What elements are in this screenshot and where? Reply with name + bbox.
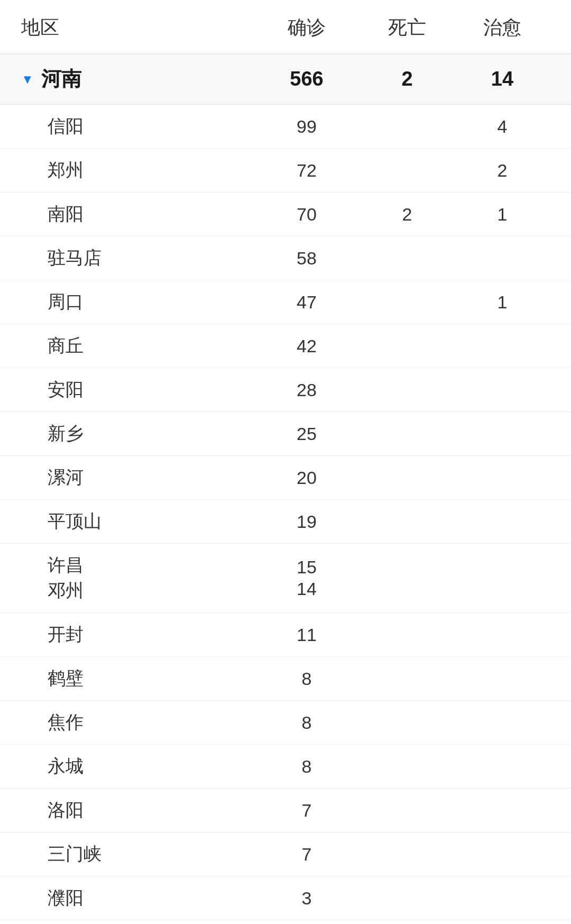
city-row: 安阳 28 xyxy=(0,368,571,412)
province-row[interactable]: ▼ 河南 566 2 14 xyxy=(0,54,571,105)
city-confirmed: 7 xyxy=(254,800,360,821)
city-recovered: 1 xyxy=(455,204,550,225)
city-name: 周口 xyxy=(48,290,254,314)
city-confirmed: 25 xyxy=(254,424,360,444)
city-name: 安阳 xyxy=(48,378,254,402)
city-row: 焦作 8 xyxy=(0,701,571,745)
province-confirmed: 566 xyxy=(254,68,360,90)
city-row: 周口 47 1 xyxy=(0,280,571,324)
city-name: 驻马店 xyxy=(48,246,254,270)
city-name: 漯河 xyxy=(48,465,254,490)
city-row: 许昌 邓州 15 14 xyxy=(0,544,571,613)
table-header: 地区 确诊 死亡 治愈 xyxy=(0,0,571,54)
city-deaths: 2 xyxy=(360,204,455,225)
city-row: 郑州 72 2 xyxy=(0,149,571,193)
city-row: 漯河 20 xyxy=(0,456,571,500)
city-recovered: 1 xyxy=(455,292,550,313)
expand-icon: ▼ xyxy=(21,72,34,87)
city-confirmed: 3 xyxy=(254,888,360,909)
col-confirmed-header: 确诊 xyxy=(254,15,360,41)
city-confirmed: 99 xyxy=(254,116,360,137)
city-confirmed: 8 xyxy=(254,756,360,777)
city-confirmed: 28 xyxy=(254,380,360,400)
city-row: 新乡 25 xyxy=(0,412,571,456)
city-row: 驻马店 58 xyxy=(0,236,571,280)
city-rows-container: 信阳 99 4 郑州 72 2 南阳 70 2 1 驻马店 58 周口 xyxy=(0,105,571,924)
city-row: 开封 11 xyxy=(0,613,571,657)
city-name: 新乡 xyxy=(48,422,254,446)
city-name: 洛阳 xyxy=(48,798,254,822)
col-deaths-header: 死亡 xyxy=(360,15,455,41)
city-row: 永城 8 xyxy=(0,745,571,789)
city-confirmed: 42 xyxy=(254,336,360,356)
city-confirmed: 8 xyxy=(254,712,360,733)
province-recovered: 14 xyxy=(455,68,550,90)
city-confirmed: 11 xyxy=(254,625,360,645)
city-name: 信阳 xyxy=(48,114,254,139)
city-name: 开封 xyxy=(48,623,254,647)
city-recovered: 2 xyxy=(455,160,550,181)
city-confirmed: 7 xyxy=(254,844,360,865)
city-confirmed: 15 14 xyxy=(254,557,360,599)
city-row: 南阳 70 2 1 xyxy=(0,193,571,236)
city-confirmed: 72 xyxy=(254,160,360,181)
city-row: 鹤壁 8 xyxy=(0,657,571,701)
city-name: 三门峡 xyxy=(48,842,254,866)
col-recovered-header: 治愈 xyxy=(455,15,550,41)
col-region-header: 地区 xyxy=(21,15,254,41)
city-row: 长垣 2 xyxy=(0,920,571,924)
city-name: 鹤壁 xyxy=(48,666,254,691)
city-name: 南阳 xyxy=(48,202,254,226)
city-row: 三门峡 7 xyxy=(0,832,571,876)
province-deaths: 2 xyxy=(360,68,455,90)
city-name: 商丘 xyxy=(48,334,254,358)
city-confirmed: 58 xyxy=(254,248,360,269)
city-name: 许昌 邓州 xyxy=(48,553,254,603)
city-row: 商丘 42 xyxy=(0,324,571,368)
city-name: 平顶山 xyxy=(48,509,254,534)
city-row: 平顶山 19 xyxy=(0,500,571,544)
city-row: 濮阳 3 xyxy=(0,876,571,920)
city-confirmed: 20 xyxy=(254,468,360,488)
city-confirmed: 70 xyxy=(254,204,360,225)
data-table: 地区 确诊 死亡 治愈 ▼ 河南 566 2 14 信阳 99 4 郑州 72 … xyxy=(0,0,571,924)
city-recovered: 4 xyxy=(455,116,550,137)
city-name: 郑州 xyxy=(48,158,254,182)
city-row: 洛阳 7 xyxy=(0,789,571,832)
city-row: 信阳 99 4 xyxy=(0,105,571,149)
city-name: 焦作 xyxy=(48,710,254,735)
city-name: 永城 xyxy=(48,754,254,779)
city-confirmed: 8 xyxy=(254,669,360,689)
province-name: ▼ 河南 xyxy=(21,66,254,93)
city-confirmed: 19 xyxy=(254,511,360,532)
city-name: 濮阳 xyxy=(48,886,254,910)
city-confirmed: 47 xyxy=(254,292,360,313)
